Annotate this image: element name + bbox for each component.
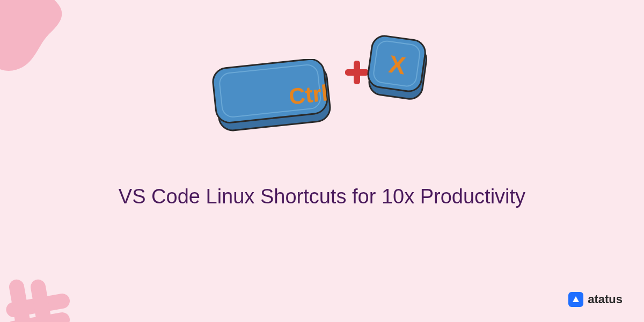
- ctrl-key: Ctrl: [209, 59, 335, 131]
- decorative-blob-top: [0, 0, 80, 80]
- keycap-illustration: Ctrl X: [209, 30, 435, 137]
- ctrl-key-label: Ctrl: [288, 80, 329, 109]
- brand-mark-icon: [568, 292, 583, 307]
- brand-logo: atatus: [568, 292, 623, 307]
- page-title: VS Code Linux Shortcuts for 10x Producti…: [0, 182, 644, 211]
- x-key: X: [365, 35, 432, 102]
- decorative-hash-bottom: [0, 263, 70, 322]
- brand-name: atatus: [588, 292, 623, 306]
